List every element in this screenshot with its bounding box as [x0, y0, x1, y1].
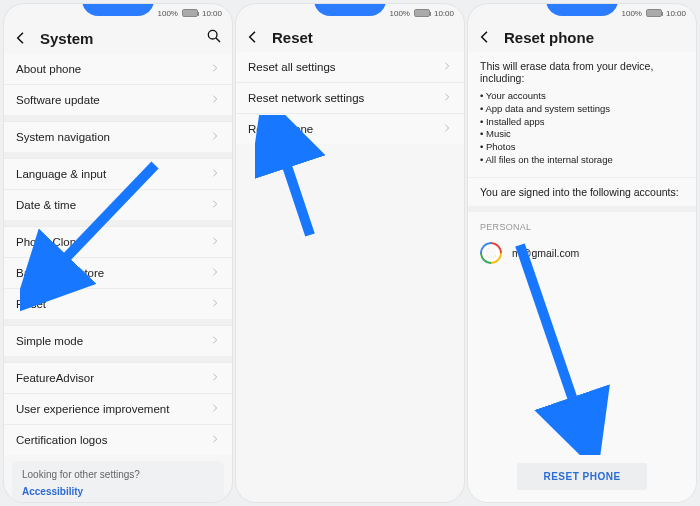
page-title: Reset phone	[504, 29, 686, 46]
row-language-input[interactable]: Language & input	[4, 158, 232, 189]
chevron-right-icon	[210, 168, 220, 180]
battery-icon	[646, 9, 662, 17]
row-about-phone[interactable]: About phone	[4, 54, 232, 84]
chevron-right-icon	[210, 335, 220, 347]
section-personal: PERSONAL	[468, 212, 696, 236]
row-feature-advisor[interactable]: FeatureAdvisor	[4, 362, 232, 393]
row-system-navigation[interactable]: System navigation	[4, 121, 232, 152]
notch	[82, 4, 154, 16]
clock: 10:00	[202, 9, 222, 18]
header: Reset phone	[468, 22, 696, 52]
phone-screen-system: 100% 10:00 System About phone Software u…	[4, 4, 232, 502]
account-row[interactable]: G m@gmail.com	[468, 236, 696, 274]
bullet-item: Installed apps	[480, 116, 684, 129]
chevron-right-icon	[210, 236, 220, 248]
bullet-item: Music	[480, 128, 684, 141]
chevron-right-icon	[210, 403, 220, 415]
notch	[546, 4, 618, 16]
reset-phone-button[interactable]: RESET PHONE	[517, 463, 646, 490]
row-backup-restore[interactable]: Backup & restore	[4, 257, 232, 288]
header: System	[4, 22, 232, 54]
row-reset-network-settings[interactable]: Reset network settings	[236, 82, 464, 113]
row-certification-logos[interactable]: Certification logos	[4, 424, 232, 455]
chevron-right-icon	[210, 131, 220, 143]
svg-point-0	[208, 30, 217, 39]
chevron-right-icon	[210, 434, 220, 446]
erase-bullets: Your accounts App data and system settin…	[480, 90, 684, 167]
back-button[interactable]	[476, 28, 494, 46]
clock: 10:00	[434, 9, 454, 18]
chevron-right-icon	[210, 298, 220, 310]
header: Reset	[236, 22, 464, 52]
settings-list: About phone Software update System navig…	[4, 54, 232, 502]
bullet-item: All files on the internal storage	[480, 154, 684, 167]
row-reset[interactable]: Reset	[4, 288, 232, 319]
google-icon: G	[480, 242, 502, 264]
battery-percent: 100%	[158, 9, 178, 18]
battery-icon	[182, 9, 198, 17]
erase-intro: This will erase data from your device, i…	[480, 60, 684, 84]
search-button[interactable]	[206, 28, 222, 48]
back-button[interactable]	[12, 29, 30, 47]
chevron-right-icon	[442, 92, 452, 104]
row-date-time[interactable]: Date & time	[4, 189, 232, 220]
bullet-item: Your accounts	[480, 90, 684, 103]
row-simple-mode[interactable]: Simple mode	[4, 325, 232, 356]
chevron-right-icon	[210, 94, 220, 106]
notch	[314, 4, 386, 16]
footer-link-accessibility[interactable]: Accessibility	[22, 486, 214, 497]
row-reset-all-settings[interactable]: Reset all settings	[236, 52, 464, 82]
chevron-right-icon	[442, 61, 452, 73]
row-reset-phone[interactable]: Reset phone	[236, 113, 464, 144]
phone-screen-reset: 100% 10:00 Reset Reset all settings Rese…	[236, 4, 464, 502]
reset-phone-body: This will erase data from your device, i…	[468, 52, 696, 502]
battery-percent: 100%	[622, 9, 642, 18]
row-software-update[interactable]: Software update	[4, 84, 232, 115]
erase-info: This will erase data from your device, i…	[468, 52, 696, 177]
battery-icon	[414, 9, 430, 17]
page-title: Reset	[272, 29, 454, 46]
row-user-experience[interactable]: User experience improvement	[4, 393, 232, 424]
chevron-right-icon	[210, 63, 220, 75]
bullet-item: App data and system settings	[480, 103, 684, 116]
chevron-right-icon	[210, 199, 220, 211]
footer-prompt: Looking for other settings?	[22, 469, 214, 480]
account-email: m@gmail.com	[512, 247, 579, 259]
back-button[interactable]	[244, 28, 262, 46]
battery-percent: 100%	[390, 9, 410, 18]
row-phone-clone[interactable]: Phone Clone	[4, 226, 232, 257]
phone-screen-reset-phone: 100% 10:00 Reset phone This will erase d…	[468, 4, 696, 502]
page-title: System	[40, 30, 196, 47]
bullet-item: Photos	[480, 141, 684, 154]
footer-suggestions: Looking for other settings? Accessibilit…	[12, 461, 224, 502]
chevron-right-icon	[210, 372, 220, 384]
signed-in-text: You are signed into the following accoun…	[468, 177, 696, 206]
reset-list: Reset all settings Reset network setting…	[236, 52, 464, 502]
clock: 10:00	[666, 9, 686, 18]
chevron-right-icon	[442, 123, 452, 135]
chevron-right-icon	[210, 267, 220, 279]
